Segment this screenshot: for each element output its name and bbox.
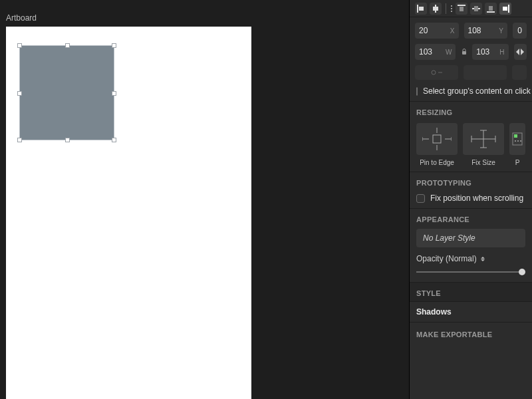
artboard[interactable] bbox=[6, 27, 251, 399]
inspector-panel: 20X 108Y 0 103W 103H bbox=[409, 0, 532, 399]
h-value: 103 bbox=[476, 47, 489, 57]
slider-thumb[interactable] bbox=[519, 269, 525, 275]
prototyping-title: PROTOTYPING bbox=[416, 179, 525, 187]
w-suffix: W bbox=[446, 49, 452, 56]
alignment-toolbar bbox=[410, 0, 532, 17]
layer-style-value: No Layer Style bbox=[423, 233, 475, 243]
svg-rect-5 bbox=[460, 7, 464, 11]
svg-rect-3 bbox=[433, 7, 438, 11]
svg-rect-11 bbox=[503, 7, 507, 11]
align-bottom-icon[interactable] bbox=[485, 3, 497, 15]
layer-style-dropdown[interactable]: No Layer Style bbox=[416, 229, 525, 247]
align-top-icon[interactable] bbox=[456, 3, 467, 15]
resize-handle-mr[interactable] bbox=[112, 91, 116, 96]
pin-preview-icon[interactable] bbox=[509, 123, 525, 155]
svg-rect-1 bbox=[419, 7, 424, 11]
shadows-row[interactable]: Shadows bbox=[410, 301, 532, 322]
export-section[interactable]: MAKE EXPORTABLE bbox=[410, 322, 532, 346]
svg-rect-7 bbox=[474, 6, 478, 11]
style-title: STYLE bbox=[416, 289, 525, 297]
corners-field[interactable] bbox=[512, 65, 527, 80]
y-value: 108 bbox=[468, 26, 481, 35]
svg-rect-12 bbox=[462, 51, 466, 55]
svg-point-13 bbox=[432, 70, 436, 74]
resize-handle-tl[interactable] bbox=[17, 43, 22, 48]
svg-rect-28 bbox=[514, 134, 517, 138]
resize-handle-bl[interactable] bbox=[17, 138, 22, 142]
fix-size-label: Fix Size bbox=[471, 159, 495, 166]
svg-point-30 bbox=[517, 140, 519, 142]
rotation-field[interactable] bbox=[415, 65, 458, 80]
opacity-slider[interactable] bbox=[416, 267, 525, 277]
svg-point-31 bbox=[520, 140, 521, 142]
resize-handle-bm[interactable] bbox=[65, 138, 70, 142]
y-suffix: Y bbox=[499, 27, 503, 35]
x-value: 20 bbox=[419, 26, 428, 35]
pin-to-edge-label: Pin to Edge bbox=[420, 159, 454, 166]
height-field[interactable]: 103H bbox=[472, 44, 508, 60]
fix-position-checkbox[interactable] bbox=[416, 194, 425, 203]
slider-track bbox=[416, 271, 525, 273]
lock-aspect-icon[interactable] bbox=[461, 49, 467, 55]
width-field[interactable]: 103W bbox=[415, 44, 456, 60]
svg-rect-9 bbox=[489, 6, 493, 11]
resize-handle-br[interactable] bbox=[112, 138, 116, 142]
resize-handle-tm[interactable] bbox=[65, 43, 70, 48]
pin-to-edge-icon[interactable] bbox=[416, 123, 458, 155]
resizing-title: RESIZING bbox=[416, 108, 525, 116]
select-group-section: Select group's content on click bbox=[410, 82, 532, 101]
geometry-section: 20X 108Y 0 103W 103H bbox=[410, 17, 532, 82]
align-vcenter-icon[interactable] bbox=[470, 3, 482, 15]
pin-preview-card[interactable]: P bbox=[509, 123, 525, 166]
export-title: MAKE EXPORTABLE bbox=[416, 331, 492, 338]
w-value: 103 bbox=[419, 47, 432, 57]
style-section: STYLE bbox=[410, 282, 532, 301]
x-suffix: X bbox=[450, 27, 455, 35]
svg-point-29 bbox=[515, 140, 516, 142]
resizing-section: RESIZING Pin to Edge bbox=[410, 101, 532, 172]
appearance-section: APPEARANCE No Layer Style Opacity (Norma… bbox=[410, 208, 532, 282]
corner-radius-field[interactable] bbox=[464, 65, 507, 80]
extra-field[interactable]: 0 bbox=[513, 23, 527, 39]
shadows-label: Shadows bbox=[416, 307, 452, 317]
blend-mode-stepper-icon[interactable] bbox=[481, 257, 485, 261]
svg-rect-10 bbox=[508, 5, 509, 13]
more-dots-icon[interactable] bbox=[450, 5, 453, 12]
fix-size-card[interactable]: Fix Size bbox=[463, 123, 504, 166]
fix-position-label: Fix position when scrolling bbox=[430, 194, 523, 203]
extra-value: 0 bbox=[517, 26, 522, 35]
fix-size-icon[interactable] bbox=[463, 123, 504, 155]
pin-preview-label: P bbox=[515, 159, 520, 166]
align-hcenter-icon[interactable] bbox=[430, 3, 442, 15]
h-suffix: H bbox=[499, 49, 504, 56]
separator bbox=[446, 3, 446, 14]
artboard-label: Artboard bbox=[6, 13, 37, 23]
align-right-icon[interactable] bbox=[499, 3, 511, 15]
select-group-checkbox[interactable] bbox=[416, 87, 418, 96]
svg-rect-4 bbox=[458, 5, 466, 6]
svg-rect-20 bbox=[433, 135, 441, 143]
select-group-label: Select group's content on click bbox=[423, 86, 531, 96]
svg-rect-0 bbox=[417, 5, 418, 13]
selected-rectangle[interactable] bbox=[19, 45, 114, 140]
resize-handle-tr[interactable] bbox=[112, 43, 116, 48]
y-field[interactable]: 108Y bbox=[464, 23, 508, 39]
svg-rect-8 bbox=[487, 11, 495, 13]
appearance-title: APPEARANCE bbox=[416, 215, 525, 223]
canvas-area[interactable]: Artboard bbox=[0, 0, 409, 399]
align-left-icon[interactable] bbox=[415, 3, 427, 15]
resize-handle-ml[interactable] bbox=[17, 91, 22, 96]
flip-horizontal-icon[interactable] bbox=[514, 44, 527, 60]
opacity-label: Opacity (Normal) bbox=[416, 254, 477, 263]
prototyping-section: PROTOTYPING Fix position when scrolling bbox=[410, 172, 532, 208]
x-field[interactable]: 20X bbox=[415, 23, 459, 39]
pin-to-edge-card[interactable]: Pin to Edge bbox=[416, 123, 458, 166]
